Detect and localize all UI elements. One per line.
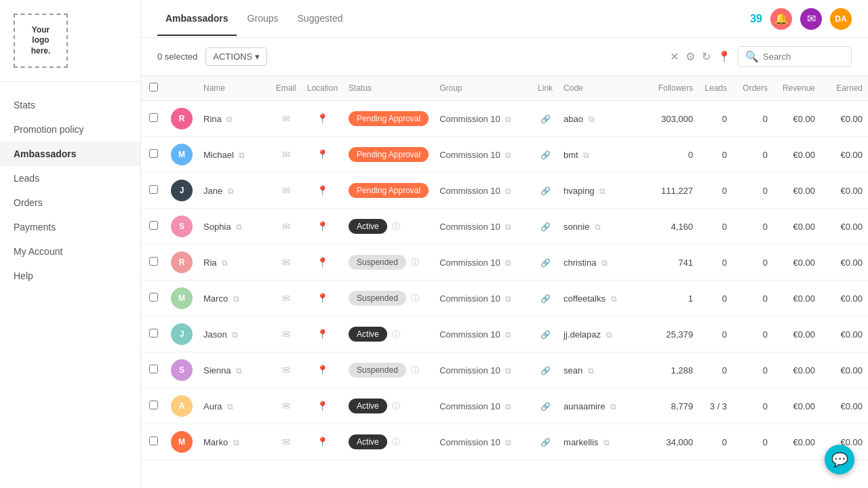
copy-name-icon[interactable]: ⧉ (239, 150, 245, 160)
status-badge[interactable]: Suspended (349, 363, 406, 378)
copy-code-icon[interactable]: ⧉ (601, 258, 608, 268)
link-icon[interactable]: 🔗 (540, 402, 551, 411)
sidebar-item-promotion-policy[interactable]: Promotion policy (0, 117, 140, 142)
location-icon[interactable]: 📍 (317, 113, 328, 124)
copy-name-icon[interactable]: ⧉ (232, 330, 238, 340)
email-icon[interactable]: ✉ (282, 221, 290, 232)
info-icon[interactable]: ⓘ (392, 329, 400, 339)
copy-name-icon[interactable]: ⧉ (233, 294, 239, 304)
link-icon[interactable]: 🔗 (540, 294, 551, 304)
row-checkbox[interactable] (149, 149, 158, 158)
sidebar-item-ambassadors[interactable]: Ambassadors (0, 142, 140, 166)
copy-name-icon[interactable]: ⧉ (228, 186, 234, 196)
row-checkbox[interactable] (149, 329, 158, 338)
email-icon[interactable]: ✉ (282, 293, 290, 304)
bell-icon[interactable]: 🔔 (770, 8, 792, 30)
copy-name-icon[interactable]: ⧉ (222, 258, 228, 268)
link-icon[interactable]: 🔗 (540, 438, 551, 447)
row-checkbox[interactable] (149, 436, 158, 445)
select-all-checkbox[interactable] (149, 83, 158, 92)
location-icon[interactable]: 📍 (317, 401, 328, 411)
row-checkbox[interactable] (149, 293, 158, 302)
status-badge[interactable]: Pending Approval (349, 147, 429, 162)
row-checkbox[interactable] (149, 221, 158, 230)
email-icon[interactable]: ✉ (282, 365, 290, 375)
user-avatar[interactable]: DA (830, 8, 852, 30)
location-icon[interactable]: 📍 (317, 257, 328, 268)
link-icon[interactable]: 🔗 (540, 115, 551, 124)
copy-name-icon[interactable]: ⧉ (233, 438, 239, 447)
email-icon[interactable]: ✉ (282, 257, 290, 268)
status-badge[interactable]: Pending Approval (349, 111, 429, 126)
link-icon[interactable]: 🔗 (540, 258, 551, 268)
copy-group-icon[interactable]: ⧉ (505, 186, 511, 196)
link-icon[interactable]: 🔗 (540, 366, 551, 375)
tab-suggested[interactable]: Suggested (290, 2, 351, 36)
copy-code-icon[interactable]: ⧉ (595, 222, 601, 232)
row-checkbox[interactable] (149, 185, 158, 194)
copy-name-icon[interactable]: ⧉ (236, 222, 242, 232)
location-icon[interactable]: 📍 (317, 221, 328, 232)
email-icon[interactable]: ✉ (282, 401, 290, 411)
status-badge[interactable]: Pending Approval (349, 183, 429, 198)
close-icon[interactable]: ✕ (670, 50, 679, 63)
link-icon[interactable]: 🔗 (540, 222, 551, 232)
status-badge[interactable]: Active (349, 219, 387, 234)
tab-groups[interactable]: Groups (239, 2, 287, 36)
copy-group-icon[interactable]: ⧉ (505, 366, 511, 375)
status-badge[interactable]: Suspended (349, 291, 406, 306)
copy-group-icon[interactable]: ⧉ (505, 115, 511, 124)
actions-button[interactable]: ACTIONS ▾ (205, 47, 267, 66)
copy-code-icon[interactable]: ⧉ (604, 438, 610, 447)
copy-code-icon[interactable]: ⧉ (599, 186, 606, 196)
status-badge[interactable]: Active (349, 327, 387, 342)
copy-name-icon[interactable]: ⧉ (227, 402, 233, 411)
location-icon[interactable]: 📍 (317, 149, 328, 160)
row-checkbox[interactable] (149, 257, 158, 266)
row-checkbox[interactable] (149, 113, 158, 122)
row-checkbox[interactable] (149, 401, 158, 409)
email-icon[interactable]: ✉ (282, 436, 290, 447)
info-icon[interactable]: ⓘ (411, 365, 419, 375)
info-icon[interactable]: ⓘ (411, 293, 419, 303)
chat-bubble[interactable]: 💬 (825, 445, 854, 474)
status-badge[interactable]: Active (349, 399, 387, 413)
location-icon[interactable]: 📍 (317, 293, 328, 304)
copy-group-icon[interactable]: ⧉ (505, 222, 511, 232)
location-icon[interactable]: 📍 (317, 329, 328, 340)
location-icon[interactable]: 📍 (317, 365, 328, 375)
sidebar-item-leads[interactable]: Leads (0, 166, 140, 190)
info-icon[interactable]: ⓘ (392, 437, 400, 447)
email-icon[interactable]: ✉ (282, 185, 290, 196)
tab-ambassadors[interactable]: Ambassadors (157, 2, 237, 36)
mail-icon[interactable]: ✉ (800, 8, 822, 30)
copy-code-icon[interactable]: ⧉ (610, 402, 616, 411)
info-icon[interactable]: ⓘ (392, 222, 400, 231)
row-checkbox[interactable] (149, 365, 158, 373)
copy-group-icon[interactable]: ⧉ (505, 438, 511, 447)
link-icon[interactable]: 🔗 (540, 186, 551, 196)
location-icon[interactable]: 📍 (317, 185, 328, 196)
copy-code-icon[interactable]: ⧉ (606, 330, 612, 340)
copy-code-icon[interactable]: ⧉ (583, 150, 589, 160)
copy-group-icon[interactable]: ⧉ (505, 330, 511, 340)
copy-name-icon[interactable]: ⧉ (226, 115, 233, 124)
location-icon[interactable]: 📍 (317, 436, 328, 447)
status-badge[interactable]: Active (349, 434, 387, 449)
refresh-icon[interactable]: ↻ (702, 50, 711, 63)
sidebar-item-payments[interactable]: Payments (0, 215, 140, 239)
copy-group-icon[interactable]: ⧉ (505, 294, 511, 304)
copy-name-icon[interactable]: ⧉ (236, 366, 242, 375)
copy-group-icon[interactable]: ⧉ (505, 258, 511, 268)
copy-group-icon[interactable]: ⧉ (505, 150, 511, 160)
copy-group-icon[interactable]: ⧉ (505, 402, 511, 411)
email-icon[interactable]: ✉ (282, 149, 290, 160)
sidebar-item-my-account[interactable]: My Account (0, 239, 140, 264)
search-input[interactable] (763, 52, 844, 62)
sidebar-item-orders[interactable]: Orders (0, 190, 140, 215)
filter-icon[interactable]: ⚙ (686, 50, 695, 63)
link-icon[interactable]: 🔗 (540, 150, 551, 160)
email-icon[interactable]: ✉ (282, 329, 290, 340)
copy-code-icon[interactable]: ⧉ (611, 294, 617, 304)
copy-code-icon[interactable]: ⧉ (589, 115, 595, 124)
